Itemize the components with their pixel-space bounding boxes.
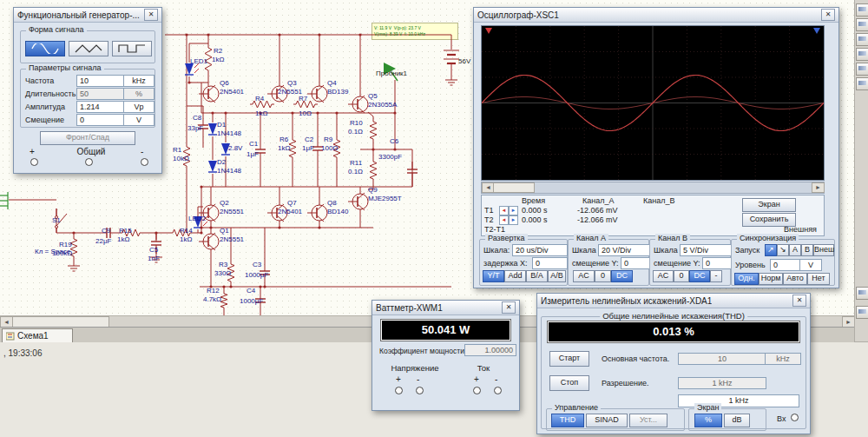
t2-right-arrow-icon[interactable]: ► bbox=[509, 215, 518, 225]
channel-b-zero-button[interactable]: 0 bbox=[674, 270, 689, 282]
current-minus-terminal[interactable] bbox=[494, 387, 502, 394]
trigger-source-ext-button[interactable]: Внеш bbox=[813, 244, 834, 256]
normal-trigger-button[interactable]: Норм bbox=[759, 273, 783, 285]
t1-left-arrow-icon[interactable]: ◄ bbox=[499, 206, 509, 215]
current-plus-label: + bbox=[474, 374, 479, 384]
channel-a-ac-button[interactable]: AC bbox=[573, 270, 595, 282]
channel-a-group: Канал A Шкала 20 V/Div смещение Y: 0 AC … bbox=[568, 239, 649, 286]
triangle-wave-button[interactable] bbox=[69, 41, 108, 56]
channel-a-scale-input[interactable]: 20 V/Div bbox=[598, 244, 650, 256]
wattmeter-window[interactable]: Ваттметр-XWM1 ✕ 50.041 W Коэффициент мощ… bbox=[372, 300, 520, 411]
titlebar[interactable]: Осциллограф-XSC1 ✕ bbox=[474, 8, 838, 23]
tab-schema1[interactable]: Схема1 bbox=[2, 328, 73, 342]
channel-b-offset-input[interactable]: 0 bbox=[702, 257, 732, 269]
distortion-analyzer-window[interactable]: Измеритель нелинейных искажений-XDA1 ✕ О… bbox=[536, 293, 811, 434]
trigger-source-a-button[interactable]: A bbox=[789, 244, 801, 256]
sine-wave-button[interactable] bbox=[25, 41, 65, 56]
resolution-value[interactable]: 1 kHz bbox=[678, 377, 766, 389]
instrument-icon[interactable] bbox=[856, 18, 868, 31]
settings-button[interactable]: Уст... bbox=[629, 414, 667, 427]
instrument-icon[interactable] bbox=[856, 63, 868, 76]
close-icon[interactable]: ✕ bbox=[144, 9, 158, 21]
instrument-icon[interactable] bbox=[856, 33, 868, 46]
square-icon bbox=[118, 43, 146, 54]
instrument-icon[interactable] bbox=[856, 3, 868, 17]
scope-scroll-thumb[interactable] bbox=[493, 182, 535, 193]
percent-button[interactable]: % bbox=[694, 414, 722, 427]
voltage-minus-label: - bbox=[417, 374, 419, 384]
start-button[interactable]: Старт bbox=[549, 351, 589, 367]
channel-a-offset-input[interactable]: 0 bbox=[621, 257, 650, 269]
close-icon[interactable]: ✕ bbox=[821, 9, 835, 21]
x-position-input[interactable]: 0 bbox=[532, 257, 568, 269]
titlebar[interactable]: Ваттметр-XWM1 ✕ bbox=[372, 301, 519, 315]
amplitude-input[interactable]: 1.214 bbox=[76, 101, 125, 113]
titlebar[interactable]: Измеритель нелинейных искажений-XDA1 ✕ bbox=[537, 294, 810, 308]
ab-mode-button[interactable]: A/B bbox=[548, 270, 566, 282]
close-icon[interactable]: ✕ bbox=[792, 295, 806, 307]
channel-a-zero-button[interactable]: 0 bbox=[595, 270, 611, 282]
current-plus-terminal[interactable] bbox=[473, 387, 481, 394]
scale-label: Шкала bbox=[572, 246, 596, 255]
duty-unit[interactable]: % bbox=[123, 88, 155, 100]
stop-button[interactable]: Стоп bbox=[549, 375, 589, 391]
common-terminal-label: Общий bbox=[68, 147, 115, 156]
add-mode-button[interactable]: Add bbox=[504, 270, 526, 282]
trigger-source-b-button[interactable]: B bbox=[801, 244, 813, 256]
trigger-level-input[interactable]: 0 bbox=[770, 259, 801, 271]
channel-a-dc-button[interactable]: DC bbox=[611, 270, 633, 282]
timebase-scale-input[interactable]: 20 us/Div bbox=[512, 244, 568, 256]
function-generator-window[interactable]: Функциональный генератор-... ✕ Форма сиг… bbox=[13, 7, 162, 174]
channel-b-ac-button[interactable]: AC bbox=[653, 270, 674, 282]
trigger-level-unit[interactable]: V bbox=[799, 259, 822, 271]
freq-unit[interactable]: kHz bbox=[123, 75, 155, 87]
input-terminal[interactable] bbox=[791, 414, 799, 421]
channel-b-minus-button[interactable]: - bbox=[710, 270, 722, 282]
instrument-icon[interactable] bbox=[856, 287, 868, 300]
edge-button[interactable]: Фронт/Спад bbox=[40, 131, 135, 145]
minus-terminal[interactable] bbox=[141, 158, 148, 166]
yt-mode-button[interactable]: Y/T bbox=[483, 270, 504, 282]
amplitude-unit[interactable]: Vp bbox=[123, 101, 155, 113]
group-label: Форма сигнала bbox=[26, 25, 87, 34]
rising-edge-button[interactable]: ↗ bbox=[765, 244, 777, 256]
none-trigger-button[interactable]: Нет bbox=[807, 273, 830, 285]
close-icon[interactable]: ✕ bbox=[502, 301, 516, 314]
fundamental-freq-unit[interactable]: kHz bbox=[765, 353, 801, 365]
ba-mode-button[interactable]: B/A bbox=[526, 270, 548, 282]
channel-b-dc-button[interactable]: DC bbox=[689, 270, 710, 282]
screen-button[interactable]: Экран bbox=[742, 198, 796, 212]
scope-scroll-right-icon[interactable]: ► bbox=[812, 182, 825, 193]
auto-trigger-button[interactable]: Авто bbox=[783, 273, 807, 285]
instrument-icon[interactable] bbox=[856, 306, 868, 319]
single-trigger-button[interactable]: Одн. bbox=[734, 273, 759, 285]
trigger-level-label: Уровень bbox=[735, 261, 766, 269]
instrument-icon[interactable] bbox=[856, 77, 868, 90]
simulation-log-text: , 19:33:06 bbox=[3, 348, 42, 358]
plus-terminal[interactable] bbox=[30, 158, 38, 166]
fundamental-freq-value[interactable]: 10 bbox=[678, 353, 766, 365]
scope-readout-panel: Время Канал_A Канал_B T1 ◄ ► 0.000 s -12… bbox=[481, 195, 825, 236]
offset-label: смещение Y: bbox=[572, 259, 619, 268]
db-button[interactable]: dB bbox=[724, 414, 750, 427]
duty-input[interactable]: 50 bbox=[76, 88, 125, 100]
t1-right-arrow-icon[interactable]: ► bbox=[509, 206, 518, 215]
t2-left-arrow-icon[interactable]: ◄ bbox=[499, 215, 509, 225]
falling-edge-button[interactable]: ↘ bbox=[777, 244, 789, 256]
oscilloscope-window[interactable]: Осциллограф-XSC1 ✕ ◄ ► Время Канал_A Кан… bbox=[473, 7, 839, 288]
square-wave-button[interactable] bbox=[112, 41, 152, 56]
voltage-minus-terminal[interactable] bbox=[416, 387, 424, 394]
scope-scrollbar[interactable]: ◄ ► bbox=[481, 182, 825, 194]
sinad-button[interactable]: SINAD bbox=[586, 414, 628, 427]
oscilloscope-screen[interactable] bbox=[481, 25, 825, 181]
titlebar[interactable]: Функциональный генератор-... ✕ bbox=[14, 8, 161, 23]
freq-input[interactable]: 10 bbox=[76, 75, 125, 87]
offset-unit[interactable]: V bbox=[123, 114, 155, 126]
instrument-icon[interactable] bbox=[856, 48, 868, 61]
channel-b-scale-input[interactable]: 5 V/Div bbox=[680, 244, 732, 256]
thd-button[interactable]: THD bbox=[551, 414, 584, 427]
resolution-label: Разрешение. bbox=[602, 379, 648, 387]
offset-input[interactable]: 0 bbox=[76, 114, 125, 126]
voltage-plus-terminal[interactable] bbox=[395, 387, 403, 394]
common-terminal[interactable] bbox=[85, 158, 93, 166]
